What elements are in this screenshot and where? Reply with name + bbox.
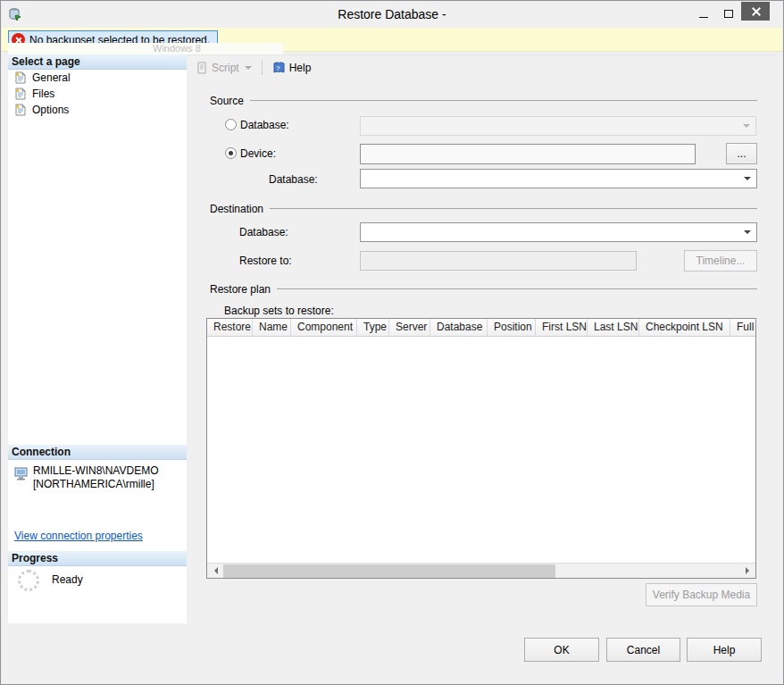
page-icon: [14, 71, 27, 84]
connection-info: RMILLE-WIN8\NAVDEMO [NORTHAMERICA\rmille…: [33, 464, 158, 491]
toolbar-separator: [262, 61, 263, 75]
column-header-database[interactable]: Database: [430, 319, 488, 337]
sidebar-item-label: Files: [32, 88, 54, 100]
column-header-type[interactable]: Type: [357, 319, 389, 337]
backup-sets-label: Backup sets to restore:: [224, 305, 334, 317]
restore-plan-group-label: Restore plan: [210, 283, 271, 296]
close-button[interactable]: [741, 2, 770, 21]
source-device-database-combo[interactable]: [360, 169, 757, 188]
script-icon: [196, 62, 208, 74]
arrow-right-icon: [746, 567, 753, 574]
destination-database-label: Database:: [239, 226, 288, 238]
arrow-left-icon: [211, 567, 218, 574]
title-bar: Restore Database -: [1, 1, 783, 28]
group-divider: [277, 288, 757, 289]
server-icon: [14, 467, 29, 480]
chevron-down-icon: [743, 124, 750, 131]
grid-body-empty: [207, 337, 755, 563]
column-header-full-lsn[interactable]: Full LSN: [730, 319, 755, 337]
scrollbar-thumb[interactable]: [223, 564, 555, 578]
chevron-down-icon: [744, 177, 751, 184]
restore-database-window: Restore Database - No backupset selected…: [0, 0, 784, 685]
destination-database-combo[interactable]: [360, 222, 757, 242]
sidebar: Select a page General Files Options Conn…: [8, 54, 187, 623]
scroll-right-arrow[interactable]: [740, 564, 755, 578]
minimize-button[interactable]: [694, 4, 713, 22]
cancel-button[interactable]: Cancel: [606, 638, 680, 662]
help-button[interactable]: Help: [687, 638, 762, 662]
sidebar-item-general[interactable]: General: [8, 70, 187, 86]
minimize-icon: [699, 17, 708, 18]
sidebar-item-options[interactable]: Options: [8, 102, 187, 118]
column-header-last-lsn[interactable]: Last LSN: [588, 319, 639, 337]
database-radio-label[interactable]: Database:: [240, 119, 289, 131]
source-group-header: Source: [210, 94, 757, 107]
connection-account: [NORTHAMERICA\rmille]: [33, 478, 158, 491]
chevron-down-icon: [245, 66, 252, 73]
verify-backup-media-button[interactable]: Verify Backup Media: [646, 583, 757, 606]
sidebar-item-label: Options: [32, 104, 69, 116]
watermark-text: Windows 8: [8, 43, 283, 54]
restore-to-field[interactable]: [360, 251, 637, 271]
main-panel: Script ? Help Source Database: Device: .…: [187, 54, 774, 623]
window-title: Restore Database -: [1, 1, 783, 28]
device-radio-label[interactable]: Device:: [240, 147, 276, 160]
device-radio[interactable]: [225, 147, 237, 159]
timeline-button[interactable]: Timeline...: [684, 250, 757, 271]
device-input[interactable]: [360, 144, 696, 164]
column-header-component[interactable]: Component: [291, 319, 357, 337]
chevron-down-icon: [744, 230, 751, 238]
script-button-label: Script: [212, 62, 239, 74]
restore-plan-group-header: Restore plan: [210, 282, 757, 296]
column-header-name[interactable]: Name: [253, 319, 291, 337]
svg-text:?: ?: [276, 64, 280, 72]
column-header-restore[interactable]: Restore: [207, 319, 253, 337]
progress-status: Ready: [52, 573, 83, 586]
column-header-server[interactable]: Server: [389, 319, 430, 337]
column-header-checkpoint-lsn[interactable]: Checkpoint LSN: [639, 319, 730, 337]
source-database-combo[interactable]: [360, 116, 756, 136]
help-icon: ?: [272, 62, 286, 74]
column-header-first-lsn[interactable]: First LSN: [536, 319, 588, 337]
sidebar-item-files[interactable]: Files: [8, 86, 187, 102]
script-button[interactable]: Script: [190, 60, 257, 76]
select-a-page-header: Select a page: [8, 54, 187, 70]
toolbar: Script ? Help: [190, 57, 316, 79]
page-icon: [14, 104, 27, 116]
group-divider: [250, 100, 757, 101]
progress-header: Progress: [8, 551, 187, 566]
source-group-label: Source: [210, 95, 244, 107]
group-divider: [270, 208, 757, 209]
page-icon: [14, 88, 27, 100]
help-button-toolbar-label: Help: [289, 62, 312, 74]
maximize-icon: [724, 10, 733, 18]
maximize-button[interactable]: [719, 4, 738, 22]
connection-server: RMILLE-WIN8\NAVDEMO: [33, 464, 158, 478]
source-device-database-label: Database:: [269, 173, 318, 186]
grid-header-row: Restore Name Component Type Server Datab…: [207, 319, 755, 337]
sidebar-item-label: General: [32, 71, 71, 84]
scroll-left-arrow[interactable]: [207, 564, 222, 578]
destination-group-label: Destination: [210, 203, 263, 215]
database-radio[interactable]: [225, 119, 237, 130]
connection-header: Connection: [8, 445, 187, 460]
page-list: General Files Options: [8, 70, 187, 118]
browse-device-button[interactable]: ...: [726, 143, 757, 164]
close-icon: [751, 6, 761, 16]
restore-to-label: Restore to:: [239, 255, 292, 267]
column-header-position[interactable]: Position: [488, 319, 536, 337]
help-button-toolbar[interactable]: ? Help: [267, 60, 317, 76]
progress-spinner-icon: [18, 570, 39, 591]
ok-button[interactable]: OK: [524, 638, 599, 662]
backup-sets-grid: Restore Name Component Type Server Datab…: [206, 318, 756, 579]
destination-group-header: Destination: [210, 202, 757, 215]
view-connection-properties-link[interactable]: View connection properties: [14, 530, 143, 542]
horizontal-scrollbar[interactable]: [207, 563, 755, 578]
